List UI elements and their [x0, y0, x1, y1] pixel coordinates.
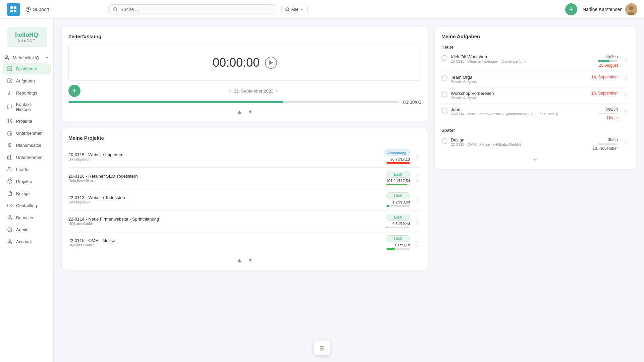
sidebar-item-leads[interactable]: Leads [3, 164, 51, 175]
next-date-button[interactable]: › [276, 88, 277, 94]
project-menu-button[interactable]: ⋮ [413, 173, 421, 183]
expand-down-button[interactable]: ▼ [248, 109, 253, 115]
task-menu-button[interactable]: ⋮ [621, 138, 629, 146]
project-bar [386, 227, 410, 228]
sidebar-item-account[interactable]: Account [3, 236, 51, 247]
admin-icon [7, 227, 13, 233]
tasks-spaeter-list: Design 22-0115 · OMR - Messe · (HQLabs G… [441, 134, 629, 154]
project-menu-button[interactable]: ⋮ [413, 195, 421, 205]
meine-aufgaben-title: Meine Aufgaben [441, 34, 629, 39]
task-menu-button[interactable]: ⋮ [621, 108, 629, 115]
project-menu-button[interactable]: ⋮ [413, 152, 421, 162]
svg-rect-16 [10, 69, 12, 71]
tasks-expand-button[interactable] [441, 157, 629, 162]
project-bar [386, 205, 410, 207]
filter-label: Alle [291, 7, 299, 12]
project-value: 1,1d/3,1d [394, 243, 410, 247]
task-date: 16. September [591, 91, 618, 96]
project-bar-fill [386, 205, 389, 207]
dock-grid-icon[interactable]: ⊞ [319, 344, 325, 352]
task-progress [598, 60, 618, 62]
task-checkbox[interactable] [441, 108, 447, 114]
sidebar-item-label: Aufgaben [16, 78, 35, 83]
sidebar-item-planumsatze[interactable]: Planumsätze [3, 139, 51, 151]
projects-arrows: ▲ ▼ [68, 257, 421, 263]
sidebar-item-kontakt-historie[interactable]: Kontakt-Historie [3, 99, 51, 115]
project-menu-button[interactable]: ⋮ [413, 238, 421, 248]
timer-progress-row: 00:00:00 [68, 100, 421, 105]
sidebar-item-projekte[interactable]: Projekte [3, 176, 51, 187]
project-info: 22-0114 - Neue Firmenwebsite - Sprintpla… [68, 217, 380, 226]
unternehmen-icon [7, 130, 13, 136]
main-content: Zeiterfassung 00:00:00 + ‹ 22. September… [54, 19, 644, 278]
project-status: Läuft [386, 171, 410, 178]
task-menu-button[interactable]: ⋮ [621, 92, 629, 99]
project-info: 20-0116 - Retainer SEO Todesstern Rebell… [68, 174, 380, 183]
task-checkbox[interactable] [441, 138, 447, 144]
project-value: 1,2d/10,6d [392, 200, 410, 204]
sidebar-item-unternehmen[interactable]: Unternehmen [3, 152, 51, 163]
task-info: Jobs 22-0114 · Neue Firmenwebsite - Spri… [451, 107, 594, 116]
sidebar-item-unternehmen-top[interactable]: Unternehmen [3, 127, 51, 139]
timer-total-time: 00:00:00 [403, 100, 422, 105]
task-menu-button[interactable]: ⋮ [621, 55, 629, 63]
sidebar-item-label: Leads [16, 167, 28, 172]
task-info: Design 22-0115 · OMR - Messe · (HQLabs G… [451, 137, 589, 146]
search-input[interactable] [120, 7, 272, 12]
svg-point-27 [9, 229, 10, 230]
task-date: Heute [607, 116, 618, 120]
search-icon [113, 7, 118, 12]
project-name: 22-0113 - Website Todesstern [68, 195, 380, 200]
project-bar-col: Läuft 0,3d/19,4d [383, 214, 410, 228]
project-client: HQLabs GmbH [68, 243, 380, 247]
project-client: HQLabs GmbH [68, 222, 380, 226]
sidebar-item-dashboard[interactable]: Dashboard [3, 63, 51, 74]
play-button[interactable] [265, 57, 277, 69]
chevron-down-icon [45, 55, 49, 60]
projekte-icon [7, 118, 13, 124]
sidebar-item-aufgaben[interactable]: Aufgaben [3, 75, 51, 86]
spaeter-section-title: Später [441, 128, 629, 133]
sidebar-item-controlling[interactable]: Controlling [3, 200, 51, 211]
sidebar-mein-hellohq[interactable]: Mein helloHQ [0, 52, 53, 63]
task-row: Workshop Vorbereiten Private Aufgabe 16.… [441, 87, 629, 104]
projects-collapse-button[interactable]: ▲ [237, 257, 242, 263]
sidebar-item-label: Kontakt-Historie [16, 102, 47, 112]
task-checkbox[interactable] [441, 55, 447, 61]
support-link[interactable]: Support [25, 7, 49, 12]
controlling-icon [7, 202, 13, 208]
sidebar-item-reportings[interactable]: Reportings [3, 87, 51, 99]
sidebar-item-projekte-top[interactable]: Projekte [3, 115, 51, 127]
user-menu[interactable]: Nadine Karstensen [583, 3, 637, 15]
project-menu-button[interactable]: ⋮ [413, 216, 421, 226]
prev-date-button[interactable]: ‹ [230, 88, 231, 94]
sidebar-item-belege[interactable]: Belege [3, 188, 51, 199]
task-checkbox[interactable] [441, 75, 447, 81]
add-button[interactable]: + [565, 3, 577, 15]
project-value: 90,7d/17,1d [390, 157, 410, 161]
svg-point-6 [113, 7, 117, 11]
task-sub: 22-0115 · OMR - Messe · (HQLabs GmbH) [451, 142, 589, 146]
task-progress [598, 113, 618, 114]
collapse-up-button[interactable]: ▲ [237, 109, 242, 115]
timer-display: 00:00:00 [74, 49, 416, 76]
project-row: 20-0116 - Retainer SEO Todesstern Rebell… [68, 168, 421, 189]
search-filter-dropdown[interactable]: Alle [281, 5, 308, 13]
timer-add-button[interactable]: + [68, 85, 80, 97]
sidebar-item-label: Projekte [16, 179, 32, 184]
svg-point-11 [629, 6, 634, 10]
sidebar-item-label: Unternehmen [16, 131, 43, 136]
brand-name: helloHQ [15, 32, 38, 39]
projects-list: 20-0115 - Website Imperium Das Imperium … [68, 146, 421, 253]
sidebar-item-admin[interactable]: Admin [3, 224, 51, 235]
svg-marker-29 [269, 60, 273, 65]
projects-expand-button[interactable]: ▼ [248, 257, 253, 263]
task-menu-button[interactable]: ⋮ [621, 75, 629, 83]
svg-marker-24 [7, 179, 12, 181]
sidebar-item-benutzer[interactable]: Benutzer [3, 212, 51, 223]
projekte2-icon [7, 178, 13, 184]
brand-sub: AGENCY [17, 39, 36, 42]
reportings-icon [7, 90, 13, 96]
task-checkbox[interactable] [441, 92, 447, 98]
app-logo[interactable] [7, 3, 20, 16]
